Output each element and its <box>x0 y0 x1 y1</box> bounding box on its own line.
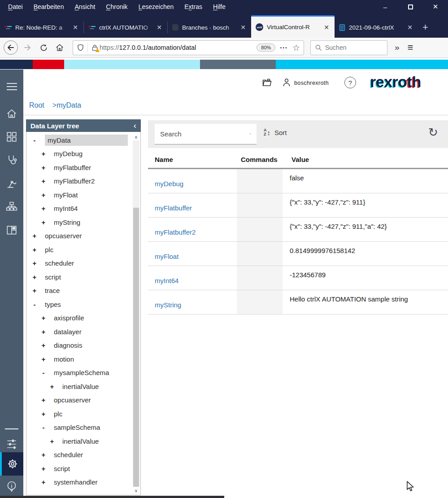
tree-item[interactable]: +script <box>26 270 132 284</box>
row-name-link[interactable]: myInt64 <box>155 277 178 284</box>
tree-item[interactable]: +inertialValue <box>26 380 132 393</box>
menu-datei[interactable]: Datei <box>3 1 28 12</box>
sidebar-item-settings-active[interactable] <box>0 452 23 476</box>
tree-item[interactable]: -types <box>26 297 132 311</box>
tree-item[interactable]: +systemhandler <box>26 476 132 489</box>
tree-item[interactable]: +axisprofile <box>26 311 132 325</box>
refresh-icon[interactable]: ↺ <box>428 126 438 140</box>
breadcrumb-root-link[interactable]: Root <box>29 101 44 109</box>
tree-item[interactable]: -mysampleSchema <box>26 366 132 380</box>
close-button[interactable]: ✕ <box>423 0 448 13</box>
forward-button[interactable] <box>20 40 35 55</box>
tree-item[interactable]: +opcuaserver <box>26 229 132 243</box>
tree-item[interactable]: +diagnosis <box>26 339 132 353</box>
minimize-button[interactable]: – <box>373 0 398 13</box>
tree-item[interactable]: -sampleSchema <box>26 421 132 435</box>
tree-item[interactable]: +scheduler <box>26 257 132 271</box>
mouse-cursor <box>406 481 415 492</box>
row-value: false <box>290 174 304 182</box>
row-name-link[interactable]: myString <box>155 301 181 309</box>
brand-stripe-paleblue <box>64 60 200 69</box>
tree-item[interactable]: +plc <box>26 407 132 421</box>
tree-item[interactable]: +myFloat <box>26 188 132 202</box>
reload-button[interactable] <box>36 40 51 55</box>
row-name-link[interactable]: myFloat <box>155 253 178 260</box>
page-actions-icon[interactable]: ••• <box>280 45 288 50</box>
sidebar-item-layout[interactable] <box>0 220 23 240</box>
row-name-link[interactable]: myFlatbuffer2 <box>155 228 196 236</box>
row-name-link[interactable]: myFlatbuffer <box>155 204 192 212</box>
url-bar[interactable]: https://127.0.0.1/automation/datal 80% •… <box>73 40 304 55</box>
sidebar-item-diagnostics[interactable] <box>0 150 23 170</box>
tree-item[interactable]: +plc <box>26 243 132 257</box>
table-search-input[interactable] <box>160 130 249 138</box>
username-label[interactable]: boschrexroth <box>294 80 329 86</box>
sidebar-item-apps[interactable] <box>0 127 23 147</box>
sidebar-item-tuning[interactable] <box>0 434 23 454</box>
menu-bearbeiten[interactable]: Bearbeiten <box>28 1 70 12</box>
tab-close-icon[interactable]: ✕ <box>405 23 414 32</box>
tab-close-icon[interactable]: ✕ <box>71 23 80 32</box>
tree-item[interactable]: +myString <box>26 215 132 229</box>
home-button[interactable] <box>52 40 67 55</box>
browser-search-box[interactable] <box>310 40 387 55</box>
tree-item[interactable]: +opcuaserver <box>26 393 132 407</box>
breadcrumb-current-link[interactable]: >myData <box>52 101 81 109</box>
tree-item[interactable]: +motion <box>26 352 132 366</box>
sidebar-item-motion[interactable] <box>0 174 23 193</box>
sort-button[interactable]: AZ ↕ Sort <box>264 128 287 136</box>
menu-hilfe[interactable]: Hilfe <box>208 1 231 12</box>
tree-item[interactable]: +myInt64 <box>26 202 132 216</box>
tree-item[interactable]: +inertialValue <box>26 434 132 448</box>
back-icon <box>6 43 15 52</box>
maximize-button[interactable] <box>398 0 423 13</box>
scroll-down-icon[interactable]: ∨ <box>133 487 139 494</box>
tree-item[interactable]: +myFlatbuffer <box>26 161 132 175</box>
tracking-shield-icon[interactable] <box>77 44 84 52</box>
new-tab-button[interactable]: + <box>422 22 428 33</box>
toolbar-overflow-icon[interactable]: » <box>395 43 400 52</box>
tab-ctrlx-automation[interactable]: ctrlX AUTOMATIO ✕ <box>84 17 167 38</box>
browser-search-input[interactable] <box>325 44 379 51</box>
tree-item[interactable]: +script <box>26 462 132 476</box>
collapse-panel-icon[interactable]: ‹ <box>134 121 136 131</box>
sort-icon: AZ ↕ <box>264 128 270 136</box>
tree-item[interactable]: +myFlatbuffer2 <box>26 175 132 188</box>
row-name-link[interactable]: myDebug <box>155 180 183 188</box>
tree-item[interactable]: +datalayer <box>26 325 132 339</box>
apps-grid-icon <box>6 131 17 143</box>
menu-lesezeichen[interactable]: Lesezeichen <box>133 1 179 12</box>
sidebar-item-info[interactable] <box>0 477 23 497</box>
bookmark-star-icon[interactable]: ☆ <box>292 43 300 53</box>
menu-chronik[interactable]: Chronik <box>100 1 133 12</box>
zoom-level-badge[interactable]: 80% <box>257 44 275 52</box>
tab-close-icon[interactable]: ✕ <box>155 23 164 32</box>
menu-extras[interactable]: Extras <box>179 1 208 12</box>
sidebar-divider <box>5 428 18 429</box>
sidebar-item-home[interactable] <box>0 104 23 123</box>
tree-scrollbar[interactable]: ∧ ∨ <box>133 133 139 494</box>
help-button[interactable]: ? <box>344 77 356 88</box>
tab-close-icon[interactable]: ✕ <box>322 23 331 32</box>
browser-menubar: Datei Bearbeiten Ansicht Chronik Lesezei… <box>0 0 448 13</box>
sidebar-item-datalayer[interactable] <box>0 197 23 217</box>
tree-item[interactable]: +scheduler <box>26 448 132 462</box>
scrollbar-thumb[interactable] <box>133 208 139 487</box>
tree-item[interactable]: -myData <box>26 133 132 147</box>
hamburger-menu-icon[interactable]: ≡ <box>408 42 413 53</box>
tab-branches[interactable]: Branches · bosch ✕ <box>168 17 251 38</box>
tree-item[interactable]: +myDebug <box>26 147 132 161</box>
menu-ansicht[interactable]: Ansicht <box>69 1 100 12</box>
tree-item[interactable]: +trace <box>26 284 132 298</box>
tab-notes[interactable]: 2021-09-06-ctrlX ✕ <box>335 17 418 38</box>
back-button[interactable] <box>4 40 18 55</box>
table-search-box[interactable] <box>155 124 257 144</box>
sessions-button[interactable] <box>261 77 273 88</box>
tab-virtualcontrol-active[interactable]: ctrlX VirtualControl-R ✕ <box>251 15 335 38</box>
user-icon[interactable] <box>281 77 292 88</box>
scroll-up-icon[interactable]: ∧ <box>133 133 139 140</box>
sidebar-menu-button[interactable] <box>0 77 23 96</box>
lock-warning-icon[interactable] <box>91 44 99 52</box>
tab-node-red[interactable]: Re: Node-RED: a ✕ <box>0 17 83 38</box>
tab-close-icon[interactable]: ✕ <box>239 23 248 32</box>
